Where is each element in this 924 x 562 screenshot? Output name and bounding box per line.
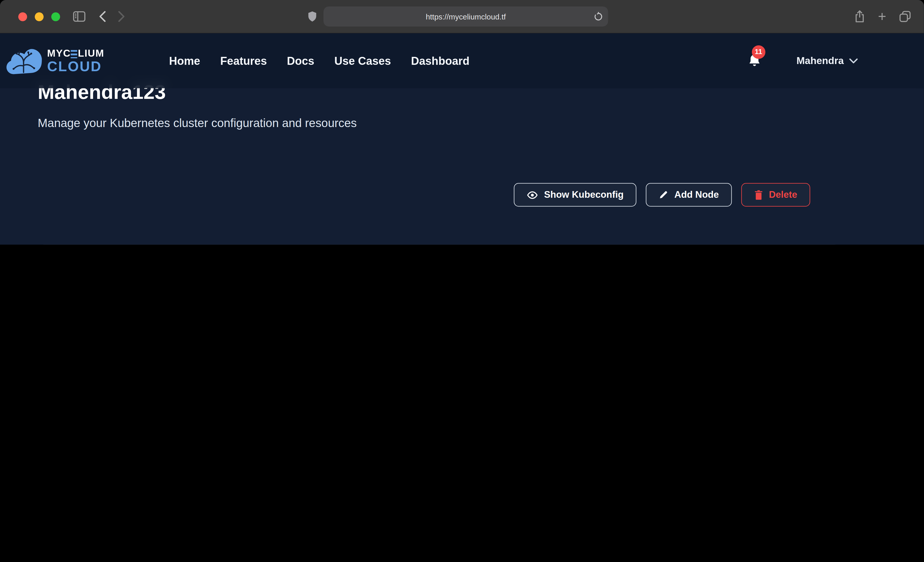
nav-home[interactable]: Home [169,55,200,67]
show-kubeconfig-button[interactable]: Show Kubeconfig [514,183,636,207]
sidebar-toggle-icon[interactable] [73,11,86,22]
minimize-window-button[interactable] [35,12,44,21]
logo[interactable]: MYCELIUM CLOUD [6,47,104,75]
tab-overview-icon[interactable] [899,10,911,22]
cluster-actions: Show Kubeconfig Add Node Delete [514,183,810,207]
cluster-details-card: Project Name Mahendra123 CPU 4 Created 1… [38,244,841,245]
show-kubeconfig-label: Show Kubeconfig [544,190,623,200]
share-icon[interactable] [854,10,865,23]
trash-icon [754,190,763,200]
nav-dashboard[interactable]: Dashboard [411,55,470,67]
user-menu[interactable]: Mahendra [796,55,858,67]
eye-icon [527,190,538,199]
new-tab-icon[interactable]: + [878,9,886,24]
zoom-window-button[interactable] [51,12,60,21]
notifications-button[interactable]: 11 [747,52,762,70]
page-subtitle: Manage your Kubernetes cluster configura… [38,117,357,130]
chevron-down-icon [849,58,858,64]
nav-features[interactable]: Features [220,55,267,67]
address-bar[interactable]: https://myceliumcloud.tf [323,6,608,26]
toolbar-right-icons: + [854,9,911,24]
notification-count-badge: 11 [752,45,765,59]
reload-icon[interactable] [594,12,603,21]
main-nav: Home Features Docs Use Cases Dashboard [169,55,469,67]
add-node-button[interactable]: Add Node [646,183,732,207]
mycelium-cloud-logo-icon [6,47,42,75]
browser-toolbar: https://myceliumcloud.tf + [0,0,924,34]
nav-docs[interactable]: Docs [287,55,314,67]
url-text: https://myceliumcloud.tf [323,12,608,21]
close-window-button[interactable] [18,12,27,21]
delete-cluster-button[interactable]: Delete [741,183,810,207]
logo-e-bars: E [71,48,78,58]
traffic-lights [18,12,60,21]
browser-window: https://myceliumcloud.tf + [0,0,924,245]
add-node-label: Add Node [674,190,719,200]
pencil-icon [659,190,669,200]
logo-wordmark: MYCELIUM CLOUD [47,48,104,73]
nav-use-cases[interactable]: Use Cases [334,55,391,67]
delete-label: Delete [769,190,797,200]
cluster-overview: Project Name Mahendra123 CPU 4 Created 1… [38,244,841,245]
back-icon[interactable] [99,10,106,22]
site-navbar: MYCELIUM CLOUD Home Features Docs Use Ca… [0,34,924,88]
privacy-shield-icon[interactable] [308,10,317,22]
user-name: Mahendra [796,55,844,67]
forward-icon[interactable] [118,10,125,22]
